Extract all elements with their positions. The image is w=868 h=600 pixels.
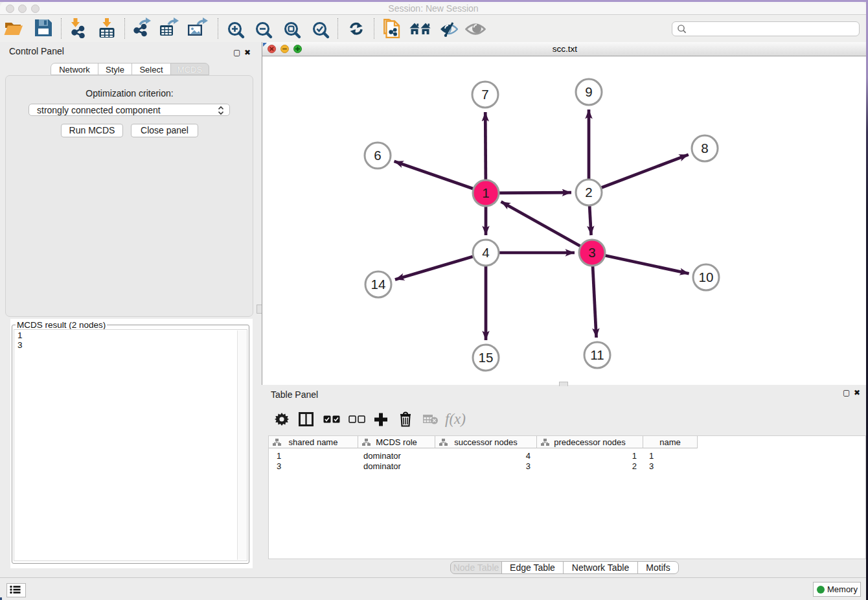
svg-text:1: 1 xyxy=(482,185,489,200)
svg-text:14: 14 xyxy=(371,277,386,292)
svg-text:4: 4 xyxy=(482,245,489,260)
svg-text:6: 6 xyxy=(374,148,381,163)
svg-text:3: 3 xyxy=(588,245,595,260)
svg-text:9: 9 xyxy=(585,84,592,99)
svg-text:10: 10 xyxy=(699,270,714,284)
svg-text:11: 11 xyxy=(590,347,604,362)
svg-text:2: 2 xyxy=(585,185,592,200)
svg-text:15: 15 xyxy=(479,350,494,365)
svg-text:7: 7 xyxy=(481,87,488,102)
svg-text:8: 8 xyxy=(701,141,708,156)
